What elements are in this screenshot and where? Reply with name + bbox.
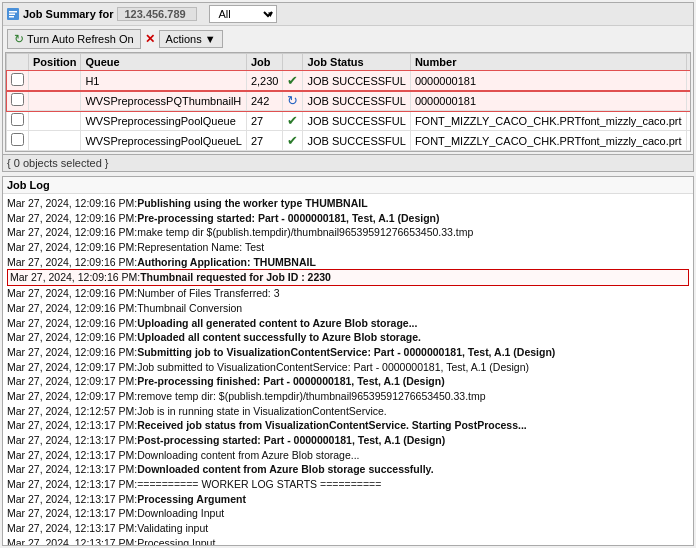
svg-rect-2 xyxy=(9,14,15,16)
row-checkbox-cell[interactable] xyxy=(7,71,29,91)
cell-status-icon: ✔ xyxy=(283,71,303,91)
log-line: Mar 27, 2024, 12:09:16 PM:Thumbnail Conv… xyxy=(7,301,689,316)
auto-refresh-label: Turn Auto Refresh On xyxy=(27,33,134,45)
jobs-table-body: H1 2,230 ✔ JOB SUCCESSFUL 0000000181 Tes… xyxy=(7,71,692,151)
status-success-icon: ✔ xyxy=(287,113,298,128)
log-panel: Job Log Mar 27, 2024, 12:09:16 PM:Publis… xyxy=(2,176,694,546)
col-position: Position xyxy=(29,54,81,71)
table-header-row: Position Queue Job Job Status Number Nam… xyxy=(7,54,692,71)
cell-job: 27 xyxy=(246,111,283,131)
log-line: Mar 27, 2024, 12:09:17 PM:Job submitted … xyxy=(7,360,689,375)
log-line: Mar 27, 2024, 12:13:17 PM:Downloading In… xyxy=(7,506,689,521)
row-checkbox[interactable] xyxy=(11,73,24,86)
log-line: Mar 27, 2024, 12:13:17 PM:Processing Inp… xyxy=(7,536,689,545)
col-name: Name xyxy=(686,54,691,71)
cell-position xyxy=(29,111,81,131)
cell-queue: WVSPreprocessPQThumbnailH xyxy=(81,91,247,111)
col-status-icon xyxy=(283,54,303,71)
cell-job-status: JOB SUCCESSFUL xyxy=(303,131,410,151)
jobs-table-container: Position Queue Job Job Status Number Nam… xyxy=(5,52,691,152)
log-line: Mar 27, 2024, 12:09:16 PM:Thumbnail requ… xyxy=(7,269,689,286)
cell-job-status: JOB SUCCESSFUL xyxy=(303,91,410,111)
cell-job-status: JOB SUCCESSFUL xyxy=(303,111,410,131)
top-panel: Job Summary for 123.456.789 All Active I… xyxy=(2,2,694,172)
jobs-table: Position Queue Job Job Status Number Nam… xyxy=(6,53,691,151)
log-line: Mar 27, 2024, 12:13:17 PM:Validating inp… xyxy=(7,521,689,536)
toolbar: ↻ Turn Auto Refresh On ✕ Actions ▼ xyxy=(3,26,693,52)
queue-value: 123.456.789 xyxy=(117,7,197,21)
row-checkbox-cell[interactable] xyxy=(7,131,29,151)
main-container: Job Summary for 123.456.789 All Active I… xyxy=(0,0,696,548)
cell-number: FONT_MIZZLY_CACO_CHK.PRTfont_mizzly_caco… xyxy=(410,111,686,131)
log-line: Mar 27, 2024, 12:13:17 PM:Post-processin… xyxy=(7,433,689,448)
cell-queue: WVSPreprocessingPoolQueueL xyxy=(81,131,247,151)
svg-rect-3 xyxy=(9,16,14,18)
col-job: Job xyxy=(246,54,283,71)
log-line: Mar 27, 2024, 12:09:17 PM:remove temp di… xyxy=(7,389,689,404)
cell-position xyxy=(29,71,81,91)
cell-position xyxy=(29,131,81,151)
status-bar: { 0 objects selected } xyxy=(3,154,693,171)
col-job-status: Job Status xyxy=(303,54,410,71)
log-line: Mar 27, 2024, 12:09:16 PM:Pre-processing… xyxy=(7,211,689,226)
auto-refresh-button[interactable]: ↻ Turn Auto Refresh On xyxy=(7,29,141,49)
cell-status-icon: ↻ xyxy=(283,91,303,111)
col-number: Number xyxy=(410,54,686,71)
log-line: Mar 27, 2024, 12:09:16 PM:Publishing usi… xyxy=(7,196,689,211)
cell-status-icon: ✔ xyxy=(283,111,303,131)
cell-job-status: JOB SUCCESSFUL xyxy=(303,71,410,91)
col-queue: Queue xyxy=(81,54,247,71)
log-line: Mar 27, 2024, 12:09:16 PM:make temp dir … xyxy=(7,225,689,240)
log-line: Mar 27, 2024, 12:09:16 PM:Uploading all … xyxy=(7,316,689,331)
cell-name xyxy=(686,111,691,131)
log-line: Mar 27, 2024, 12:12:57 PM:Job is in runn… xyxy=(7,404,689,419)
cancel-icon[interactable]: ✕ xyxy=(145,32,155,46)
status-success-icon: ✔ xyxy=(287,133,298,148)
log-content[interactable]: Mar 27, 2024, 12:09:16 PM:Publishing usi… xyxy=(3,194,693,545)
table-row[interactable]: WVSPreprocessingPoolQueueL 27 ✔ JOB SUCC… xyxy=(7,131,692,151)
row-checkbox[interactable] xyxy=(11,93,24,106)
cell-number: 0000000181 xyxy=(410,71,686,91)
title-bar: Job Summary for 123.456.789 All Active I… xyxy=(3,3,693,26)
log-line: Mar 27, 2024, 12:09:16 PM:Authoring Appl… xyxy=(7,255,689,270)
col-checkbox xyxy=(7,54,29,71)
row-checkbox-cell[interactable] xyxy=(7,91,29,111)
log-line: Mar 27, 2024, 12:09:16 PM:Number of File… xyxy=(7,286,689,301)
log-line: Mar 27, 2024, 12:09:16 PM:Uploaded all c… xyxy=(7,330,689,345)
cell-position xyxy=(29,91,81,111)
log-line: Mar 27, 2024, 12:13:17 PM:Processing Arg… xyxy=(7,492,689,507)
cell-name: Test xyxy=(686,91,691,111)
log-line: Mar 27, 2024, 12:13:17 PM:Downloading co… xyxy=(7,448,689,463)
log-line: Mar 27, 2024, 12:09:17 PM:Pre-processing… xyxy=(7,374,689,389)
cell-queue: WVSPreprocessingPoolQueue xyxy=(81,111,247,131)
panel-icon xyxy=(7,8,19,20)
filter-dropdown[interactable]: All Active Inactive xyxy=(209,5,277,23)
log-line: Mar 27, 2024, 12:13:17 PM:Received job s… xyxy=(7,418,689,433)
row-checkbox-cell[interactable] xyxy=(7,111,29,131)
cell-queue: H1 xyxy=(81,71,247,91)
panel-title: Job Summary for xyxy=(23,8,113,20)
log-line: Mar 27, 2024, 12:13:17 PM:Downloaded con… xyxy=(7,462,689,477)
svg-rect-1 xyxy=(9,11,17,13)
log-line: Mar 27, 2024, 12:09:16 PM:Representation… xyxy=(7,240,689,255)
cell-job: 2,230 xyxy=(246,71,283,91)
filter-dropdown-wrap[interactable]: All Active Inactive xyxy=(209,5,277,23)
row-checkbox[interactable] xyxy=(11,133,24,146)
actions-button[interactable]: Actions ▼ xyxy=(159,30,223,48)
log-line: Mar 27, 2024, 12:09:16 PM:Submitting job… xyxy=(7,345,689,360)
cell-job: 27 xyxy=(246,131,283,151)
row-checkbox[interactable] xyxy=(11,113,24,126)
table-row[interactable]: H1 2,230 ✔ JOB SUCCESSFUL 0000000181 Tes… xyxy=(7,71,692,91)
cell-name: Test xyxy=(686,71,691,91)
cell-job: 242 xyxy=(246,91,283,111)
table-row[interactable]: WVSPreprocessingPoolQueue 27 ✔ JOB SUCCE… xyxy=(7,111,692,131)
cell-name xyxy=(686,131,691,151)
log-line: Mar 27, 2024, 12:13:17 PM:========== WOR… xyxy=(7,477,689,492)
cell-number: 0000000181 xyxy=(410,91,686,111)
refresh-icon: ↻ xyxy=(14,32,24,46)
selection-count: { 0 objects selected } xyxy=(7,157,109,169)
table-row[interactable]: WVSPreprocessPQThumbnailH 242 ↻ JOB SUCC… xyxy=(7,91,692,111)
cell-number: FONT_MIZZLY_CACO_CHK.PRTfont_mizzly_caco… xyxy=(410,131,686,151)
actions-label: Actions ▼ xyxy=(166,33,216,45)
status-spinning-icon: ↻ xyxy=(287,93,298,108)
